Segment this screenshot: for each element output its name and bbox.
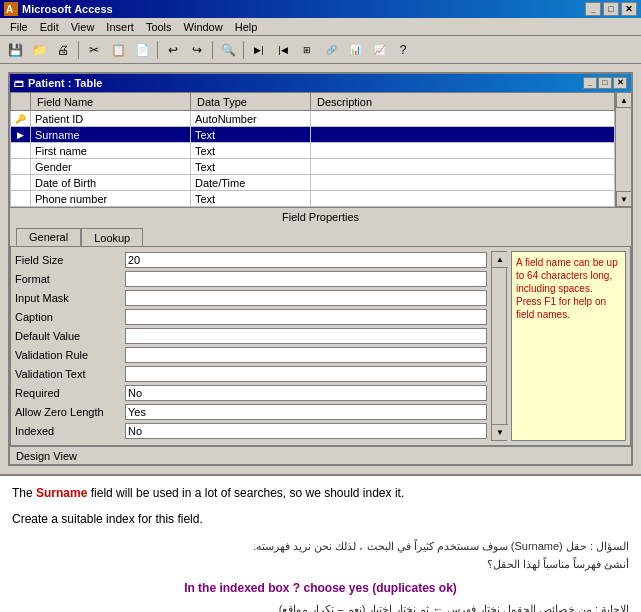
instruction-sub: Create a suitable index for this field. bbox=[12, 510, 629, 528]
prop-label-format: Format bbox=[15, 273, 125, 285]
status-text: Design View bbox=[16, 450, 77, 462]
table-row[interactable]: Phone number Text bbox=[11, 191, 615, 207]
prop-value-valtext[interactable] bbox=[125, 366, 487, 382]
toolbar-btn5[interactable]: 📊 bbox=[344, 39, 366, 61]
properties-content: Field Size Format Input Mask bbox=[10, 246, 631, 446]
toolbar-copy[interactable]: 📋 bbox=[107, 39, 129, 61]
prop-row-valrule: Validation Rule bbox=[15, 346, 487, 364]
arabic-question: السؤال : حقل (Surname) سوف سستخدم كثيراً… bbox=[12, 538, 629, 573]
menu-window[interactable]: Window bbox=[178, 20, 229, 34]
menu-tools[interactable]: Tools bbox=[140, 20, 178, 34]
toolbar-print[interactable]: 🖨 bbox=[52, 39, 74, 61]
toolbar-save[interactable]: 💾 bbox=[4, 39, 26, 61]
toolbar: 💾 📁 🖨 ✂ 📋 📄 ↩ ↪ 🔍 ▶| |◀ ⊞ 🔗 📊 📈 ? bbox=[0, 36, 641, 64]
toolbar-cut[interactable]: ✂ bbox=[83, 39, 105, 61]
app-icon: A bbox=[4, 2, 18, 16]
menu-file[interactable]: File bbox=[4, 20, 34, 34]
prop-value-inputmask[interactable] bbox=[125, 290, 487, 306]
prop-label-valrule: Validation Rule bbox=[15, 349, 125, 361]
prop-label-inputmask: Input Mask bbox=[15, 292, 125, 304]
desc-1 bbox=[311, 127, 615, 143]
table-icon: 🗃 bbox=[14, 78, 24, 89]
tab-general[interactable]: General bbox=[16, 228, 81, 246]
desc-4 bbox=[311, 175, 615, 191]
table-controls: _ □ ✕ bbox=[583, 77, 627, 89]
arabic-q1: السؤال : حقل (Surname) سوف سستخدم كثيراً… bbox=[12, 538, 629, 556]
menu-edit[interactable]: Edit bbox=[34, 20, 65, 34]
toolbar-redo[interactable]: ↪ bbox=[186, 39, 208, 61]
toolbar-paste[interactable]: 📄 bbox=[131, 39, 153, 61]
data-type-4[interactable]: Date/Time bbox=[191, 175, 311, 191]
toolbar-sep4 bbox=[243, 41, 244, 59]
col-field-name: Field Name bbox=[31, 93, 191, 111]
prop-value-required[interactable] bbox=[125, 385, 487, 401]
row-indicator-2 bbox=[11, 143, 31, 159]
data-type-3[interactable]: Text bbox=[191, 159, 311, 175]
toolbar-open[interactable]: 📁 bbox=[28, 39, 50, 61]
scroll-up-btn[interactable]: ▲ bbox=[616, 92, 632, 108]
prop-value-default[interactable] bbox=[125, 328, 487, 344]
surname-highlight: Surname bbox=[36, 486, 87, 500]
toolbar-find[interactable]: 🔍 bbox=[217, 39, 239, 61]
app-title-bar: A Microsoft Access _ □ ✕ bbox=[0, 0, 641, 18]
instruction-line1-pre: The bbox=[12, 486, 36, 500]
data-type-2[interactable]: Text bbox=[191, 143, 311, 159]
field-name-2[interactable]: First name bbox=[31, 143, 191, 159]
toolbar-sep1 bbox=[78, 41, 79, 59]
table-title-bar: 🗃 Patient : Table _ □ ✕ bbox=[10, 74, 631, 92]
tab-lookup[interactable]: Lookup bbox=[81, 228, 143, 246]
prop-label-indexed: Indexed bbox=[15, 425, 125, 437]
data-type-0[interactable]: AutoNumber bbox=[191, 111, 311, 127]
data-type-1[interactable]: Text bbox=[191, 127, 311, 143]
field-name-5[interactable]: Phone number bbox=[31, 191, 191, 207]
field-name-0[interactable]: Patient ID bbox=[31, 111, 191, 127]
table-row[interactable]: 🔑 Patient ID AutoNumber bbox=[11, 111, 615, 127]
field-properties-label: Field Properties bbox=[10, 207, 631, 226]
table-maximize[interactable]: □ bbox=[598, 77, 612, 89]
table-row-selected[interactable]: ▶ Surname Text bbox=[11, 127, 615, 143]
toolbar-help[interactable]: ? bbox=[392, 39, 414, 61]
arabic-q2: أنشئ فهرساً مناسباً لهذا الحقل؟ bbox=[12, 556, 629, 574]
table-row[interactable]: Gender Text bbox=[11, 159, 615, 175]
toolbar-btn3[interactable]: ⊞ bbox=[296, 39, 318, 61]
minimize-button[interactable]: _ bbox=[585, 2, 601, 16]
menu-help[interactable]: Help bbox=[229, 20, 264, 34]
toolbar-btn1[interactable]: ▶| bbox=[248, 39, 270, 61]
prop-label-required: Required bbox=[15, 387, 125, 399]
scroll-down-btn[interactable]: ▼ bbox=[616, 191, 632, 207]
row-indicator-5 bbox=[11, 191, 31, 207]
props-scroll-up[interactable]: ▲ bbox=[492, 252, 508, 268]
data-type-5[interactable]: Text bbox=[191, 191, 311, 207]
menu-view[interactable]: View bbox=[65, 20, 101, 34]
table-row[interactable]: Date of Birth Date/Time bbox=[11, 175, 615, 191]
toolbar-sep3 bbox=[212, 41, 213, 59]
toolbar-btn4[interactable]: 🔗 bbox=[320, 39, 342, 61]
toolbar-undo[interactable]: ↩ bbox=[162, 39, 184, 61]
instruction-area: The Surname field will be used in a lot … bbox=[0, 474, 641, 612]
table-minimize[interactable]: _ bbox=[583, 77, 597, 89]
props-scrollbar[interactable]: ▲ ▼ bbox=[491, 251, 507, 441]
field-name-4[interactable]: Date of Birth bbox=[31, 175, 191, 191]
prop-value-fieldsize[interactable] bbox=[125, 252, 487, 268]
table-row[interactable]: First name Text bbox=[11, 143, 615, 159]
prop-value-zerolength[interactable] bbox=[125, 404, 487, 420]
table-close[interactable]: ✕ bbox=[613, 77, 627, 89]
prop-value-caption[interactable] bbox=[125, 309, 487, 325]
maximize-button[interactable]: □ bbox=[603, 2, 619, 16]
field-name-1[interactable]: Surname bbox=[31, 127, 191, 143]
prop-value-format[interactable] bbox=[125, 271, 487, 287]
prop-row-zerolength: Allow Zero Length bbox=[15, 403, 487, 421]
close-button[interactable]: ✕ bbox=[621, 2, 637, 16]
table-grid-container: Field Name Data Type Description 🔑 Patie… bbox=[10, 92, 631, 207]
tabs-area: General Lookup Field Size Format bbox=[10, 226, 631, 446]
field-name-3[interactable]: Gender bbox=[31, 159, 191, 175]
toolbar-btn6[interactable]: 📈 bbox=[368, 39, 390, 61]
props-scroll-down[interactable]: ▼ bbox=[492, 424, 508, 440]
menu-insert[interactable]: Insert bbox=[100, 20, 140, 34]
row-indicator-4 bbox=[11, 175, 31, 191]
prop-value-valrule[interactable] bbox=[125, 347, 487, 363]
col-indicator bbox=[11, 93, 31, 111]
toolbar-btn2[interactable]: |◀ bbox=[272, 39, 294, 61]
table-scrollbar[interactable]: ▲ ▼ bbox=[615, 92, 631, 207]
prop-value-indexed[interactable] bbox=[125, 423, 487, 439]
